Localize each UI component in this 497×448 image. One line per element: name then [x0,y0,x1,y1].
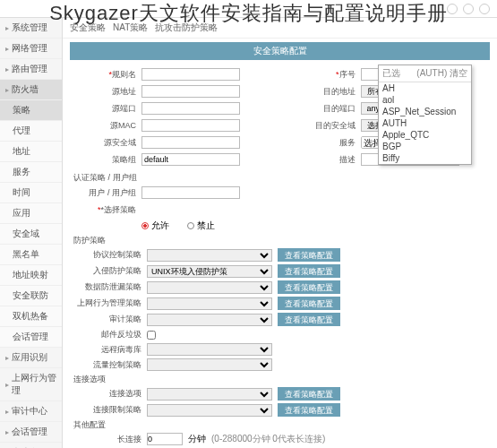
sidebar-item-label: 安全域 [13,228,39,240]
sidebar-item-1[interactable]: ▸网络管理 [0,39,62,59]
sidebar-item-9[interactable]: 应用 [0,203,62,224]
protect-label: 数据防泄漏策略 [70,281,141,293]
protect-row-3: 上网行为管理策略查看策略配置 [70,297,490,310]
input-src-addr[interactable] [141,85,240,98]
input-src-mac[interactable] [141,119,240,132]
lbl-src-mac: 源MAC [70,120,141,132]
dd-item[interactable]: Apple_QTC [379,129,471,141]
sidebar-item-label: 网络管理 [12,42,47,55]
topbar-icon-1[interactable] [447,4,458,14]
service-dropdown-popup[interactable]: 已选(AUTH) 清空 AHaolASP_Net_SessionAUTHAppl… [378,65,472,165]
tab-nat-policy[interactable]: NAT策略 [113,22,148,34]
input-policy-group[interactable] [141,153,240,166]
dd-item[interactable]: Biffy [379,152,471,164]
sidebar-item-8[interactable]: 时间 [0,183,62,203]
dd-item[interactable]: aol [379,94,471,106]
sidebar-item-0[interactable]: ▸系统管理 [0,18,62,39]
dd-item[interactable]: BGP [379,141,471,152]
radio-deny[interactable]: 禁止 [187,220,215,232]
sidebar-item-18[interactable]: ▸审计中心 [0,401,62,422]
input-user-group[interactable] [141,186,240,199]
sidebar-item-10[interactable]: 安全域 [0,224,62,245]
tab-attack-protect[interactable]: 抗攻击防护策略 [155,22,218,34]
protect-row-4: 审计策略查看策略配置 [70,313,490,326]
sidebar-item-label: 审计中心 [12,405,47,418]
sidebar: ▸系统管理▸网络管理▸路由管理▸防火墙策略代理地址服务时间应用安全域黑名单地址映… [0,18,63,448]
lbl-seq: 序号 [289,69,361,81]
dd-item[interactable]: AUTH [379,117,471,129]
sidebar-item-19[interactable]: ▸会话管理 [0,422,62,443]
protect-select[interactable] [147,249,272,262]
tab-security-policy[interactable]: 安全策略 [70,22,106,34]
chevron-icon: ▸ [5,24,9,32]
lbl-policy-group: 策略组 [70,154,141,166]
conn-view-button[interactable]: 查看策略配置 [278,403,340,417]
dd-item[interactable]: ASP_Net_Session [379,106,471,117]
protect-view-button[interactable]: 查看策略配置 [278,264,340,278]
sidebar-item-label: 双机热备 [13,310,48,323]
sidebar-item-2[interactable]: ▸路由管理 [0,59,62,80]
protect-select[interactable] [147,314,272,326]
sidebar-item-label: 会话管理 [12,426,47,438]
long-conn-unit: 分钟 [188,433,206,445]
dd-item[interactable]: AH [379,82,471,94]
protect-select[interactable] [147,281,272,294]
protect-checkbox[interactable] [147,331,156,340]
sidebar-item-label: 系统管理 [12,22,47,34]
sidebar-item-label: 安全联防 [13,289,48,302]
lbl-rule-name: 规则名 [70,69,141,81]
conn-label: 连接限制策略 [70,404,141,416]
protect-label: 上网行为管理策略 [70,297,141,309]
conn-select[interactable] [147,404,272,417]
input-src-domain[interactable] [141,136,240,149]
protect-select[interactable] [147,358,272,371]
protect-view-button[interactable]: 查看策略配置 [278,248,340,262]
protect-title: 防护策略 [73,235,490,246]
protect-select[interactable]: UNIX环境入侵防护策 [147,265,272,278]
sidebar-item-3[interactable]: ▸防火墙 [0,80,62,100]
dd-head-right[interactable]: (AUTH) 清空 [416,67,467,80]
sidebar-item-11[interactable]: 黑名单 [0,245,62,265]
protect-row-0: 协议控制策略查看策略配置 [70,248,490,262]
protect-select[interactable] [147,343,272,356]
sidebar-item-15[interactable]: 会话管理 [0,327,62,348]
sidebar-item-label: 防火墙 [12,83,39,96]
protect-row-5: 邮件反垃圾 [70,329,490,340]
sidebar-item-13[interactable]: 安全联防 [0,286,62,306]
lbl-dst-port: 目的端口 [289,103,361,115]
sidebar-item-12[interactable]: 地址映射 [0,265,62,286]
sidebar-item-16[interactable]: ▸应用识别 [0,348,62,368]
protect-view-button[interactable]: 查看策略配置 [278,280,340,294]
protect-view-button[interactable]: 查看策略配置 [278,297,340,310]
protect-label: 邮件反垃圾 [70,329,141,340]
sidebar-item-4[interactable]: 策略 [0,100,62,121]
auth-section-title: 认证策略 / 用户组 [73,172,490,184]
protect-row-1: 入侵防护策略UNIX环境入侵防护策查看策略配置 [70,264,490,278]
conn-view-button[interactable]: 查看策略配置 [278,387,340,401]
radio-row: 允许 禁止 [70,220,490,232]
input-rule-name[interactable] [141,68,240,81]
topbar-icon-2[interactable] [463,4,474,14]
conn-select[interactable] [147,388,272,401]
conn-row-1: 连接限制策略查看策略配置 [70,403,490,417]
radio-allow[interactable]: 允许 [141,220,169,232]
sidebar-item-14[interactable]: 双机热备 [0,306,62,327]
sidebar-item-6[interactable]: 地址 [0,142,62,162]
conn-label: 连接选项 [70,388,141,400]
input-long-conn[interactable] [147,433,183,445]
sidebar-item-7[interactable]: 服务 [0,162,62,183]
conn-row-0: 连接选项查看策略配置 [70,387,490,401]
sidebar-item-20[interactable]: ▸虚拟专用网 [0,443,62,448]
sidebar-item-5[interactable]: 代理 [0,121,62,142]
sidebar-item-label: 代理 [13,125,30,137]
lbl-src-domain: 源安全域 [70,137,141,149]
topbar-icon-3[interactable] [479,4,490,14]
protect-view-button[interactable]: 查看策略配置 [278,313,340,326]
protect-select[interactable] [147,297,272,310]
input-src-port[interactable] [141,102,240,115]
chevron-icon: ▸ [5,65,9,73]
protect-row-2: 数据防泄漏策略查看策略配置 [70,280,490,294]
sidebar-item-17[interactable]: ▸上网行为管理 [0,368,62,401]
dd-head-left: 已选 [382,67,400,80]
sidebar-item-label: 策略 [13,104,30,116]
